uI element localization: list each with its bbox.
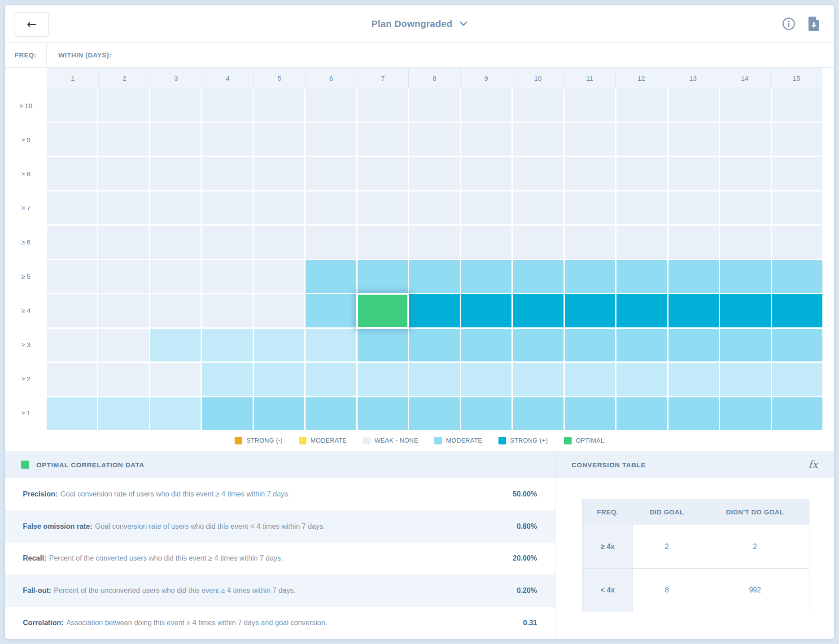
heatmap-cell[interactable] — [513, 226, 563, 259]
heatmap-cell[interactable] — [47, 191, 97, 225]
heatmap-cell[interactable] — [772, 88, 822, 122]
heatmap-cell[interactable] — [669, 260, 719, 293]
heatmap-cell[interactable] — [358, 363, 408, 396]
download-report-icon[interactable] — [807, 16, 821, 31]
heatmap-cell[interactable] — [409, 191, 459, 225]
heatmap-cell[interactable] — [720, 123, 770, 156]
heatmap-cell[interactable] — [98, 226, 149, 259]
heatmap-cell[interactable] — [358, 157, 408, 190]
heatmap-cell[interactable] — [409, 294, 459, 327]
info-icon[interactable] — [782, 17, 795, 30]
heatmap-cell[interactable] — [254, 294, 304, 327]
heatmap-cell[interactable] — [461, 88, 511, 122]
heatmap-cell[interactable] — [461, 329, 511, 362]
heatmap-cell[interactable] — [616, 157, 667, 190]
heatmap-cell[interactable] — [772, 363, 822, 396]
heatmap-cell[interactable] — [720, 191, 770, 225]
heatmap-cell[interactable] — [720, 260, 770, 293]
heatmap-cell[interactable] — [202, 260, 252, 293]
heatmap-cell[interactable] — [150, 123, 201, 156]
heatmap-cell[interactable] — [306, 157, 356, 190]
heatmap-cell[interactable] — [565, 157, 615, 190]
heatmap-cell[interactable] — [202, 294, 252, 327]
heatmap-cell[interactable] — [47, 157, 97, 190]
heatmap-cell-selected[interactable] — [357, 293, 409, 328]
heatmap-cell[interactable] — [565, 363, 615, 396]
heatmap-cell[interactable] — [616, 363, 667, 396]
heatmap-cell[interactable] — [720, 226, 770, 259]
heatmap-cell[interactable] — [513, 260, 563, 293]
heatmap-cell[interactable] — [616, 123, 667, 156]
heatmap-cell[interactable] — [720, 294, 770, 327]
heatmap-cell[interactable] — [720, 157, 770, 190]
heatmap-cell[interactable] — [565, 329, 615, 362]
heatmap-cell[interactable] — [461, 123, 511, 156]
heatmap-cell[interactable] — [150, 260, 201, 293]
heatmap-cell[interactable] — [669, 329, 719, 362]
heatmap-cell[interactable] — [513, 88, 563, 122]
heatmap-cell[interactable] — [98, 260, 149, 293]
heatmap-cell[interactable] — [150, 88, 201, 122]
heatmap-cell[interactable] — [47, 363, 97, 396]
heatmap-cell[interactable] — [565, 294, 615, 327]
heatmap-cell[interactable] — [669, 226, 719, 259]
heatmap-cell[interactable] — [513, 363, 563, 396]
heatmap-cell[interactable] — [202, 329, 252, 362]
heatmap-cell[interactable] — [202, 226, 252, 259]
heatmap-cell[interactable] — [409, 329, 459, 362]
heatmap-cell[interactable] — [616, 88, 667, 122]
heatmap-cell[interactable] — [47, 88, 97, 122]
heatmap-cell[interactable] — [202, 123, 252, 156]
heatmap-cell[interactable] — [669, 294, 719, 327]
heatmap-cell[interactable] — [513, 294, 563, 327]
heatmap-cell[interactable] — [513, 191, 563, 225]
heatmap-cell[interactable] — [98, 397, 149, 431]
heatmap-cell[interactable] — [358, 329, 408, 362]
heatmap-cell[interactable] — [254, 191, 304, 225]
heatmap-cell[interactable] — [254, 363, 304, 396]
heatmap-cell[interactable] — [669, 157, 719, 190]
heatmap-cell[interactable] — [47, 226, 97, 259]
heatmap-cell[interactable] — [461, 294, 511, 327]
heatmap-cell[interactable] — [720, 329, 770, 362]
heatmap-cell[interactable] — [98, 294, 149, 327]
heatmap-cell[interactable] — [254, 123, 304, 156]
heatmap-cell[interactable] — [150, 191, 201, 225]
heatmap-cell[interactable] — [720, 363, 770, 396]
heatmap-cell[interactable] — [720, 397, 770, 431]
heatmap-cell[interactable] — [150, 294, 201, 327]
heatmap-cell[interactable] — [202, 397, 252, 431]
heatmap-cell[interactable] — [150, 226, 201, 259]
heatmap-cell[interactable] — [254, 329, 304, 362]
heatmap-cell[interactable] — [306, 260, 356, 293]
heatmap-cell[interactable] — [98, 329, 149, 362]
heatmap-cell[interactable] — [565, 88, 615, 122]
heatmap-cell[interactable] — [616, 226, 667, 259]
heatmap-cell[interactable] — [772, 123, 822, 156]
heatmap-cell[interactable] — [409, 260, 459, 293]
heatmap-cell[interactable] — [47, 397, 97, 431]
heatmap-cell[interactable] — [358, 226, 408, 259]
heatmap-cell[interactable] — [254, 397, 304, 431]
heatmap-cell[interactable] — [202, 157, 252, 190]
heatmap-cell[interactable] — [202, 363, 252, 396]
heatmap-cell[interactable] — [47, 123, 97, 156]
heatmap-cell[interactable] — [669, 397, 719, 431]
heatmap-cell[interactable] — [358, 191, 408, 225]
heatmap-cell[interactable] — [98, 123, 149, 156]
heatmap-cell[interactable] — [616, 294, 667, 327]
heatmap-cell[interactable] — [565, 123, 615, 156]
heatmap-cell[interactable] — [306, 294, 356, 327]
heatmap-cell[interactable] — [461, 157, 511, 190]
heatmap-cell[interactable] — [150, 363, 201, 396]
heatmap-cell[interactable] — [306, 363, 356, 396]
heatmap-cell[interactable] — [772, 397, 822, 431]
heatmap-cell[interactable] — [409, 363, 459, 396]
heatmap-cell[interactable] — [565, 191, 615, 225]
heatmap-cell[interactable] — [409, 226, 459, 259]
heatmap-cell[interactable] — [513, 157, 563, 190]
heatmap-cell[interactable] — [669, 363, 719, 396]
heatmap-cell[interactable] — [306, 123, 356, 156]
heatmap-cell[interactable] — [98, 157, 149, 190]
heatmap-cell[interactable] — [358, 88, 408, 122]
